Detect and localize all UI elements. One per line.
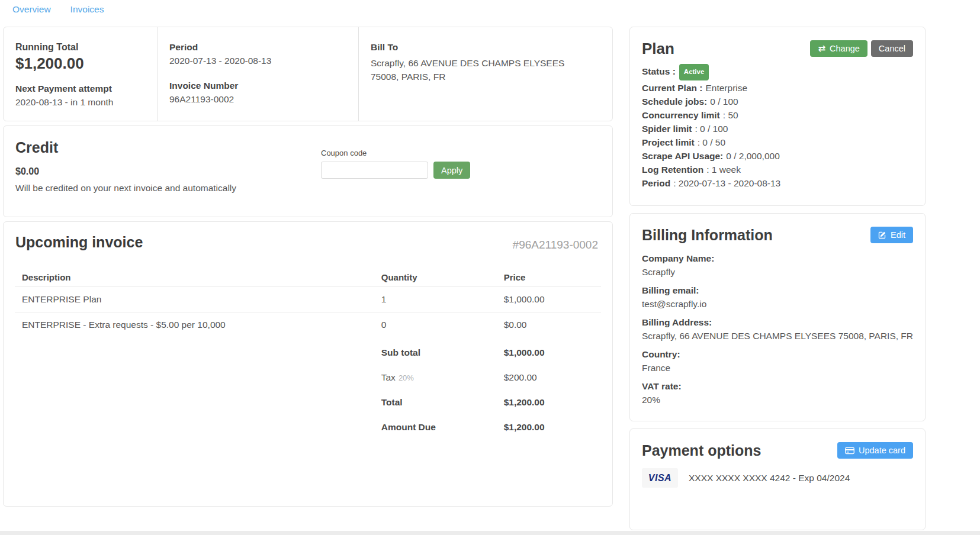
edit-billing-button[interactable]: Edit bbox=[870, 227, 913, 243]
detail-value: : 1 week bbox=[706, 165, 741, 175]
field-label: VAT rate: bbox=[642, 379, 913, 393]
next-payment-label: Next Payment attempt bbox=[15, 83, 145, 94]
detail-label: Schedule jobs: bbox=[642, 96, 707, 107]
left-column: Running Total $1,200.00 Next Payment att… bbox=[3, 27, 613, 507]
field-value: Scrapfly, 66 AVENUE DES CHAMPS ELYSEES 7… bbox=[642, 329, 913, 343]
cancel-plan-button[interactable]: Cancel bbox=[871, 40, 913, 57]
detail-label: Project limit bbox=[642, 137, 695, 147]
invoice-table: Description Quantity Price ENTERPRISE Pl… bbox=[15, 268, 601, 440]
billing-field: Country: France bbox=[642, 347, 913, 375]
tax-value: $200.00 bbox=[504, 372, 601, 383]
plan-status-line: Status :Active bbox=[642, 65, 913, 81]
billing-field: Billing email: test@scrapfly.io bbox=[642, 283, 913, 311]
plan-detail-line: Spider limit: 0 / 100 bbox=[642, 122, 913, 136]
detail-value: : 50 bbox=[723, 110, 738, 120]
row-price: $0.00 bbox=[504, 320, 601, 330]
period-value: 2020-07-13 - 2020-08-13 bbox=[169, 56, 346, 66]
table-row: ENTERPRISE - Extra requests - $5.00 per … bbox=[15, 312, 601, 337]
plan-detail-line: Project limit: 0 / 50 bbox=[642, 136, 913, 149]
billing-field: Billing Address: Scrapfly, 66 AVENUE DES… bbox=[642, 315, 913, 343]
field-value: test@scrapfly.io bbox=[642, 297, 913, 311]
subtotal-label: Sub total bbox=[381, 347, 504, 358]
amount-due-label: Amount Due bbox=[381, 422, 504, 433]
change-plan-label: Change bbox=[830, 44, 860, 53]
row-quantity: 0 bbox=[381, 320, 504, 330]
credit-title: Credit bbox=[15, 139, 600, 156]
total-value: $1,200.00 bbox=[504, 397, 601, 408]
plan-title: Plan bbox=[642, 40, 674, 57]
bill-to-block: Bill To Scrapfly, 66 AVENUE DES CHAMPS E… bbox=[358, 27, 612, 121]
edit-billing-label: Edit bbox=[891, 230, 905, 240]
detail-value: 0 / 100 bbox=[710, 96, 738, 107]
next-payment-value: 2020-08-13 - in 1 month bbox=[15, 97, 145, 108]
tax-row: Tax20% $200.00 bbox=[15, 365, 601, 390]
field-label: Billing Address: bbox=[642, 315, 913, 329]
status-badge: Active bbox=[679, 64, 709, 80]
update-card-button[interactable]: Update card bbox=[837, 442, 913, 459]
bill-to-value: Scrapfly, 66 AVENUE DES CHAMPS ELYSEES 7… bbox=[371, 56, 566, 83]
billing-information-title: Billing Information bbox=[642, 227, 773, 243]
edit-pencil-icon bbox=[878, 231, 886, 239]
top-tabs: Overview Invoices bbox=[0, 0, 980, 27]
field-label: Company Name: bbox=[642, 252, 913, 265]
plan-detail-line: Period: 2020-07-13 - 2020-08-13 bbox=[642, 176, 913, 190]
page-bottom-strip bbox=[0, 531, 980, 535]
plan-detail-line: Scrape API Usage:0 / 2,000,000 bbox=[642, 149, 913, 163]
running-total-label: Running Total bbox=[15, 42, 145, 53]
field-value: 20% bbox=[642, 393, 913, 407]
running-total-value: $1,200.00 bbox=[15, 54, 145, 73]
tab-overview[interactable]: Overview bbox=[12, 4, 51, 27]
update-card-label: Update card bbox=[859, 446, 905, 455]
period-label: Period bbox=[169, 42, 346, 53]
row-price: $1,000.00 bbox=[504, 294, 601, 305]
credit-card-icon bbox=[845, 447, 854, 455]
payment-options-card: Payment options Update card VISA XXXX XX… bbox=[629, 428, 926, 530]
subtotal-value: $1,000.00 bbox=[504, 347, 601, 358]
upcoming-invoice-number: #96A21193-0002 bbox=[513, 239, 598, 252]
coupon-code-label: Coupon code bbox=[321, 149, 470, 157]
billing-summary-card: Running Total $1,200.00 Next Payment att… bbox=[3, 27, 613, 121]
period-block: Period 2020-07-13 - 2020-08-13 Invoice N… bbox=[157, 27, 358, 121]
upcoming-invoice-title: Upcoming invoice bbox=[15, 234, 143, 251]
amount-due-row: Amount Due $1,200.00 bbox=[15, 415, 601, 440]
detail-label: Spider limit bbox=[642, 124, 692, 134]
detail-label: Log Retention bbox=[642, 165, 703, 175]
total-row: Total $1,200.00 bbox=[15, 390, 601, 415]
tax-label-text: Tax bbox=[381, 372, 396, 382]
change-plan-button[interactable]: ⇄ Change bbox=[810, 40, 867, 57]
table-row: ENTERPRISE Plan 1 $1,000.00 bbox=[15, 286, 601, 312]
detail-value: Enterprise bbox=[705, 83, 747, 93]
page-layout: Running Total $1,200.00 Next Payment att… bbox=[0, 27, 980, 530]
detail-value: : 0 / 50 bbox=[698, 137, 725, 147]
invoice-number-label: Invoice Number bbox=[169, 80, 346, 91]
right-column: Plan ⇄ Change Cancel Status :Active Curr… bbox=[629, 27, 926, 530]
field-label: Country: bbox=[642, 347, 913, 361]
amount-due-value: $1,200.00 bbox=[504, 422, 601, 433]
subtotal-row: Sub total $1,000.00 bbox=[15, 340, 601, 365]
coupon-code-input[interactable] bbox=[321, 162, 428, 179]
plan-detail-line: Concurrency limit: 50 bbox=[642, 108, 913, 122]
credit-note: Will be credited on your next invoice an… bbox=[15, 183, 600, 194]
plan-detail-line: Log Retention: 1 week bbox=[642, 163, 913, 176]
column-quantity: Quantity bbox=[381, 272, 504, 282]
row-description: ENTERPRISE - Extra requests - $5.00 per … bbox=[15, 320, 381, 330]
card-number-info: XXXX XXXX XXXX 4242 - Exp 04/2024 bbox=[689, 473, 850, 484]
apply-coupon-button[interactable]: Apply bbox=[433, 162, 470, 179]
invoice-table-header: Description Quantity Price bbox=[15, 268, 601, 286]
saved-card-row: VISA XXXX XXXX XXXX 4242 - Exp 04/2024 bbox=[642, 468, 913, 488]
credit-card: Credit $0.00 Will be credited on your ne… bbox=[3, 125, 613, 217]
total-label: Total bbox=[381, 397, 504, 408]
payment-options-title: Payment options bbox=[642, 442, 761, 459]
detail-value: 0 / 2,000,000 bbox=[726, 151, 780, 161]
column-price: Price bbox=[504, 272, 601, 282]
credit-amount: $0.00 bbox=[15, 166, 600, 177]
visa-logo: VISA bbox=[642, 468, 678, 488]
field-value: Scrapfly bbox=[642, 265, 913, 279]
billing-field: VAT rate: 20% bbox=[642, 379, 913, 407]
detail-label: Concurrency limit bbox=[642, 110, 720, 120]
invoice-number-value: 96A21193-0002 bbox=[169, 94, 346, 105]
plan-detail-line: Schedule jobs:0 / 100 bbox=[642, 95, 913, 108]
coupon-block: Coupon code Apply bbox=[321, 149, 470, 179]
tab-invoices[interactable]: Invoices bbox=[70, 4, 104, 27]
plan-card: Plan ⇄ Change Cancel Status :Active Curr… bbox=[629, 27, 926, 206]
